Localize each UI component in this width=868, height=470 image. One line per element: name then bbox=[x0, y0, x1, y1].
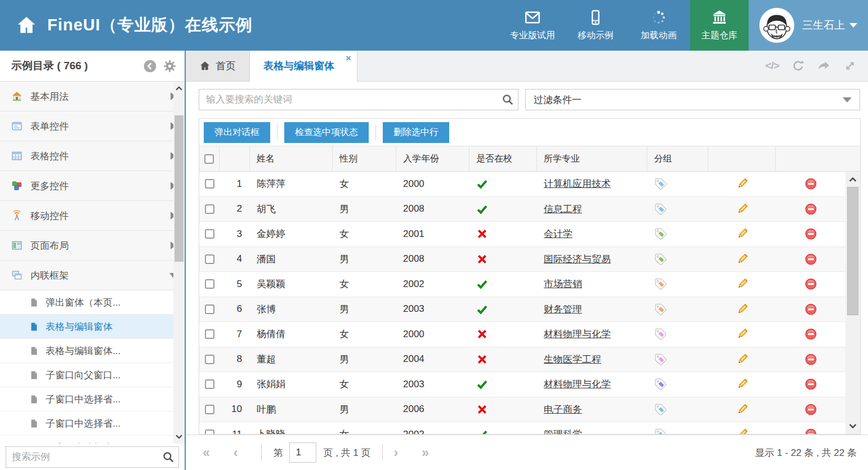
next-page-icon[interactable]: › bbox=[394, 445, 399, 460]
sidebar-item-form-controls[interactable]: 表单控件 bbox=[0, 111, 185, 141]
delete-icon[interactable] bbox=[804, 277, 817, 290]
edit-icon[interactable] bbox=[736, 378, 749, 391]
delete-selected-button[interactable]: 删除选中行 bbox=[383, 122, 449, 143]
sidebar-item-basic[interactable]: 基本用法 bbox=[0, 82, 185, 111]
cell-name: 胡飞 bbox=[250, 197, 333, 222]
sidebar-subitem-active[interactable]: 表格与编辑窗体 bbox=[0, 315, 185, 339]
open-dialog-button[interactable]: 弹出对话框 bbox=[204, 122, 270, 143]
sidebar-subitem[interactable]: 表格与编辑窗体... bbox=[0, 339, 185, 363]
delete-icon[interactable] bbox=[804, 227, 817, 240]
sidebar-subitem[interactable]: 子窗口中选择省... bbox=[0, 387, 185, 411]
user-menu[interactable]: 三生石上 bbox=[749, 0, 868, 51]
table-header: 姓名 性别 入学年份 是否在校 所学专业 分组 bbox=[199, 146, 860, 172]
delete-icon[interactable] bbox=[804, 353, 817, 366]
scroll-down-icon[interactable] bbox=[174, 432, 184, 442]
sidebar-item-mobile-controls[interactable]: 移动控件 bbox=[0, 201, 185, 231]
tab-bar: 首页 表格与编辑窗体 × </> bbox=[186, 51, 868, 82]
row-checkbox[interactable] bbox=[205, 254, 214, 264]
major-link[interactable]: 电子商务 bbox=[544, 403, 582, 416]
search-icon[interactable] bbox=[502, 93, 514, 106]
edit-icon[interactable] bbox=[736, 403, 749, 416]
cell-year: 2002 bbox=[396, 272, 469, 297]
major-link[interactable]: 生物医学工程 bbox=[544, 353, 601, 366]
major-link[interactable]: 管理科学 bbox=[544, 428, 582, 434]
edit-icon[interactable] bbox=[736, 428, 749, 434]
scrollbar-thumb[interactable] bbox=[175, 115, 184, 262]
sidebar-subitem[interactable]: 子窗口向父窗口... bbox=[0, 363, 185, 387]
main-content: 首页 表格与编辑窗体 × </> 过滤条件一 bbox=[186, 51, 868, 470]
keyword-search-input[interactable] bbox=[199, 89, 518, 110]
sidebar-subitem[interactable]: 弹出窗体（本页... bbox=[0, 290, 185, 315]
sidebar-item-grid-controls[interactable]: 表格控件 bbox=[0, 141, 185, 171]
row-checkbox[interactable] bbox=[205, 379, 214, 389]
sidebar-subitem[interactable]: 子窗口中选择省... bbox=[0, 411, 185, 436]
row-checkbox[interactable] bbox=[205, 355, 214, 364]
sidebar-item-iframe[interactable]: 内联框架 bbox=[0, 261, 185, 290]
delete-icon[interactable] bbox=[804, 378, 817, 391]
row-checkbox[interactable] bbox=[205, 329, 214, 339]
edit-icon[interactable] bbox=[736, 303, 749, 316]
tag-icon bbox=[654, 353, 667, 366]
delete-icon[interactable] bbox=[804, 253, 817, 266]
nav-theme-repo[interactable]: 主题仓库 bbox=[690, 0, 749, 51]
sidebar-item-more-controls[interactable]: 更多控件 bbox=[0, 171, 185, 201]
major-link[interactable]: 国际经济与贸易 bbox=[544, 253, 611, 266]
scroll-down-icon[interactable] bbox=[847, 420, 858, 432]
edit-icon[interactable] bbox=[736, 353, 749, 366]
scroll-up-icon[interactable] bbox=[174, 83, 184, 93]
major-link[interactable]: 材料物理与化学 bbox=[544, 328, 611, 341]
delete-icon[interactable] bbox=[804, 428, 817, 434]
delete-icon[interactable] bbox=[804, 403, 817, 416]
row-checkbox[interactable] bbox=[205, 429, 214, 434]
sidebar-search-input[interactable] bbox=[6, 446, 179, 468]
scrollbar-thumb[interactable] bbox=[847, 187, 858, 315]
search-icon[interactable] bbox=[162, 451, 175, 463]
delete-icon[interactable] bbox=[804, 328, 817, 341]
refresh-icon[interactable] bbox=[791, 59, 805, 73]
expand-icon[interactable] bbox=[843, 59, 857, 73]
delete-icon[interactable] bbox=[804, 303, 817, 316]
major-link[interactable]: 计算机应用技术 bbox=[544, 177, 611, 190]
delete-icon[interactable] bbox=[804, 177, 817, 190]
scroll-up-icon[interactable] bbox=[847, 174, 858, 185]
tab-grid-edit-window[interactable]: 表格与编辑窗体 × bbox=[250, 51, 357, 82]
gear-icon[interactable] bbox=[163, 59, 177, 73]
nav-pro-trial[interactable]: 专业版试用 bbox=[501, 0, 564, 51]
last-page-icon[interactable]: » bbox=[422, 445, 429, 460]
row-checkbox[interactable] bbox=[205, 204, 214, 214]
edit-icon[interactable] bbox=[736, 203, 749, 216]
first-page-icon[interactable]: « bbox=[203, 445, 210, 460]
major-link[interactable]: 市场营销 bbox=[544, 277, 582, 290]
major-link[interactable]: 信息工程 bbox=[544, 203, 582, 216]
major-link[interactable]: 材料物理与化学 bbox=[544, 378, 611, 391]
edit-icon[interactable] bbox=[736, 177, 749, 190]
major-link[interactable]: 财务管理 bbox=[544, 303, 582, 316]
row-checkbox[interactable] bbox=[205, 179, 214, 189]
row-checkbox[interactable] bbox=[205, 305, 214, 314]
edit-icon[interactable] bbox=[736, 277, 749, 290]
table-scrollbar[interactable] bbox=[845, 172, 860, 434]
check-selection-button[interactable]: 检查选中项状态 bbox=[284, 122, 369, 143]
share-icon[interactable] bbox=[817, 59, 831, 73]
delete-icon[interactable] bbox=[804, 203, 817, 216]
row-checkbox[interactable] bbox=[205, 279, 214, 289]
filter-dropdown[interactable]: 过滤条件一 bbox=[525, 89, 860, 110]
edit-icon[interactable] bbox=[736, 253, 749, 266]
page-number-input[interactable] bbox=[289, 442, 316, 463]
major-link[interactable]: 会计学 bbox=[544, 227, 572, 240]
nav-loading-anim[interactable]: 加载动画 bbox=[627, 0, 690, 51]
row-checkbox[interactable] bbox=[205, 405, 214, 414]
sidebar-subitem[interactable]: 子窗口中选择省 bbox=[0, 436, 185, 444]
close-icon[interactable]: × bbox=[346, 53, 351, 63]
edit-icon[interactable] bbox=[736, 227, 749, 240]
sidebar-scrollbar[interactable] bbox=[173, 82, 185, 444]
prev-page-icon[interactable]: ‹ bbox=[234, 445, 238, 460]
code-icon[interactable]: </> bbox=[766, 60, 779, 72]
nav-mobile-demo[interactable]: 移动示例 bbox=[564, 0, 627, 51]
row-checkbox[interactable] bbox=[205, 229, 214, 239]
collapse-back-icon[interactable] bbox=[143, 59, 157, 73]
edit-icon[interactable] bbox=[736, 328, 749, 341]
select-all-checkbox[interactable] bbox=[204, 154, 214, 164]
sidebar-item-page-layout[interactable]: 页面布局 bbox=[0, 231, 185, 261]
tab-home[interactable]: 首页 bbox=[186, 51, 250, 81]
